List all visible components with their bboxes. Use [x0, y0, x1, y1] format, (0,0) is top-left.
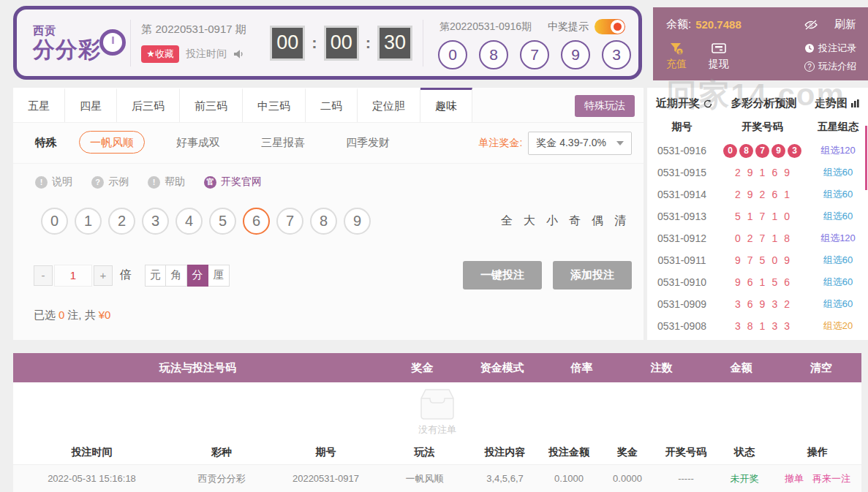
recent-number: 9 [784, 167, 790, 178]
speaker-icon[interactable] [233, 49, 244, 59]
group-type-link[interactable]: 组选120 [808, 232, 868, 245]
group-type-link[interactable]: 组选20 [808, 319, 868, 333]
number-ball[interactable]: 1 [75, 208, 102, 235]
cancel-bet-link[interactable]: 撤单 [785, 472, 804, 485]
help-link-info[interactable]: !帮助 [148, 175, 185, 189]
special-play-button[interactable]: 特殊玩法 [575, 95, 635, 117]
hide-balance-button[interactable] [804, 19, 818, 31]
quick-select[interactable]: 清 [614, 213, 626, 229]
main-tab[interactable]: 趣味 [420, 88, 472, 122]
quick-select[interactable]: 全 [501, 213, 513, 229]
main-tab[interactable]: 中三码 [243, 88, 306, 122]
win-tip-toggle[interactable] [595, 19, 625, 34]
increase-multiplier-button[interactable]: + [94, 265, 113, 286]
number-ball[interactable]: 0 [41, 208, 68, 235]
quick-select[interactable]: 奇 [569, 213, 581, 229]
number-ball[interactable]: 2 [108, 208, 135, 235]
recent-scrollbar[interactable] [865, 126, 867, 190]
clock-icon [99, 29, 126, 56]
main-tab[interactable]: 定位胆 [358, 88, 420, 122]
withdraw-button[interactable]: 提现 [709, 42, 729, 73]
prize-select-dropdown[interactable]: 奖金 4.39-7.0% [528, 132, 632, 155]
number-ball[interactable]: 9 [344, 208, 371, 235]
recent-row: 0531-091202718组选120 [647, 227, 868, 249]
trend-chart-tab[interactable]: 走势图 [815, 96, 861, 110]
multiplier-input[interactable] [54, 265, 92, 287]
help-link-label: 帮助 [165, 175, 185, 189]
help-link-official[interactable]: 官开奖官网 [204, 175, 262, 189]
slip-header-cell: 注数 [622, 361, 701, 375]
clear-all-button[interactable]: 清空 [781, 361, 861, 375]
play-subtab[interactable]: 一帆风顺 [79, 131, 145, 154]
help-link-info[interactable]: !说明 [35, 175, 72, 189]
help-link-label: 说明 [52, 175, 72, 189]
total-amount: ¥0 [99, 309, 111, 321]
bar-chart-icon [850, 99, 861, 108]
money-unit[interactable]: 角 [166, 265, 187, 287]
money-unit[interactable]: 厘 [208, 265, 230, 287]
selection-summary: 已选0注, 共¥0 [13, 289, 644, 322]
history-header-cell: 操作 [774, 446, 861, 459]
recent-row: 0531-091608793组选120 [647, 140, 868, 162]
help-link-info[interactable]: ?示例 [91, 175, 129, 189]
play-subtab[interactable]: 三星报喜 [252, 131, 314, 154]
recent-number: 6 [784, 276, 790, 288]
draw-number-ball: 7 [520, 40, 549, 69]
number-ball[interactable]: 3 [142, 208, 169, 235]
slip-header-cell: 倍率 [542, 361, 622, 375]
play-intro-link[interactable]: ? 玩法介绍 [804, 60, 856, 73]
refresh-button[interactable]: 刷新 [834, 18, 856, 31]
rebet-link[interactable]: 再来一注 [812, 472, 850, 485]
main-tab[interactable]: 后三码 [117, 88, 180, 122]
official-icon: 官 [204, 176, 216, 189]
add-bet-button[interactable]: 添加投注 [553, 261, 632, 289]
bet-record-link[interactable]: 投注记录 [804, 42, 856, 55]
group-type-link[interactable]: 组选120 [808, 144, 868, 157]
favorite-button[interactable]: ★收藏 [141, 45, 179, 63]
group-type-link[interactable]: 组选60 [808, 210, 868, 223]
recent-number: 7 [760, 232, 766, 244]
recharge-button[interactable]: $ 充值 [666, 42, 687, 73]
quick-select[interactable]: 大 [524, 213, 535, 229]
group-type-link[interactable]: 组选60 [808, 254, 868, 267]
group-type-link[interactable]: 组选60 [808, 188, 868, 201]
history-table-header: 投注时间彩种期号玩法投注内容投注金额奖金开奖号码状态操作 [13, 441, 861, 465]
main-tab[interactable]: 二码 [306, 88, 358, 122]
number-ball[interactable]: 7 [276, 208, 303, 235]
recent-numbers: 38133 [717, 320, 808, 332]
recent-number: 2 [784, 298, 790, 310]
money-unit[interactable]: 分 [187, 265, 208, 287]
recent-number-ball: 3 [788, 144, 801, 158]
recent-numbers: 97509 [717, 254, 808, 266]
group-type-link[interactable]: 组选60 [808, 276, 868, 289]
period-cell: 20220531-0917 [273, 473, 379, 484]
number-ball[interactable]: 8 [310, 208, 337, 235]
content-cell: 3,4,5,6,7 [470, 473, 540, 484]
draw-number-ball: 3 [602, 40, 631, 69]
play-subtab[interactable]: 好事成双 [167, 131, 230, 154]
analysis-tab[interactable]: 多彩分析预测 [731, 96, 797, 110]
number-ball[interactable]: 5 [209, 208, 236, 235]
main-tab[interactable]: 五星 [13, 88, 65, 122]
subtab-group-label: 特殊 [35, 136, 57, 150]
main-tab[interactable]: 前三码 [180, 88, 243, 122]
main-tabs: 五星四星后三码前三码中三码二码定位胆趣味特殊玩法 [13, 88, 644, 123]
number-ball[interactable]: 6 [243, 208, 270, 235]
history-header-cell: 奖金 [598, 446, 657, 459]
empty-state: 没有注单 [13, 382, 861, 441]
decrease-multiplier-button[interactable]: - [34, 265, 53, 286]
subtab-row: 特殊 一帆风顺好事成双三星报喜四季发财 单注奖金: 奖金 4.39-7.0% [13, 123, 644, 164]
one-key-bet-button[interactable]: 一键投注 [463, 261, 542, 289]
money-unit[interactable]: 元 [145, 265, 166, 287]
quick-select[interactable]: 偶 [592, 213, 603, 229]
recent-number: 0 [784, 211, 790, 222]
recent-draws-tab[interactable]: 近期开奖 [656, 96, 713, 110]
recent-number: 9 [735, 276, 741, 288]
current-period-label: 第 20220531-0917 期 [141, 23, 248, 37]
group-type-link[interactable]: 组选60 [808, 298, 868, 311]
group-type-link[interactable]: 组选60 [808, 166, 868, 179]
play-subtab[interactable]: 四季发财 [336, 131, 399, 154]
main-tab[interactable]: 四星 [65, 88, 117, 122]
number-ball[interactable]: 4 [176, 208, 203, 235]
quick-select[interactable]: 小 [546, 213, 558, 229]
